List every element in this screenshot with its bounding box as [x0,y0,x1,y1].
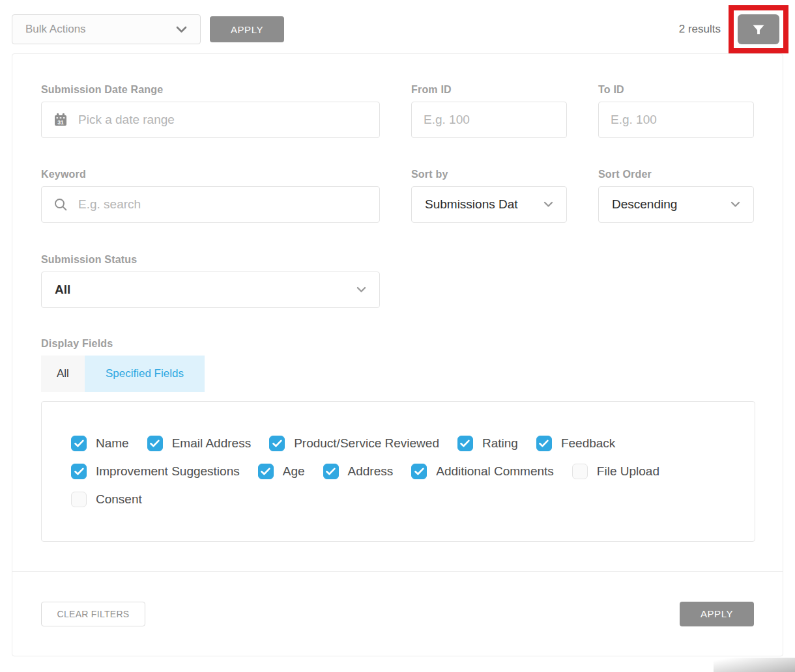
display-field-option[interactable]: Address [323,464,394,479]
check-icon [272,440,282,447]
field-checkbox[interactable] [71,436,87,451]
sort-order-field: Sort Order Descending [598,169,754,223]
check-icon [539,440,549,447]
click-highlight-box [729,5,788,53]
keyword-field: Keyword [41,169,380,223]
display-field-option[interactable]: Additional Comments [411,464,554,479]
filter-panel-footer: CLEAR FILTERS APPLY [12,571,783,656]
chevron-down-icon [543,201,553,208]
date-range-label: Submission Date Range [41,84,380,96]
display-field-option[interactable]: File Upload [572,464,659,479]
filter-toggle-button[interactable] [738,14,779,44]
keyword-label: Keyword [41,169,380,180]
field-checkbox[interactable] [536,436,552,451]
keyword-input[interactable] [78,197,368,212]
check-icon [460,440,470,447]
display-field-option[interactable]: Product/Service Reviewed [269,436,439,451]
date-range-input-box[interactable]: 31 [41,102,380,138]
check-icon [414,468,424,475]
keyword-input-box [41,186,380,223]
page-edge-shadow [714,658,795,672]
funnel-icon [752,24,765,35]
row-date-ids: Submission Date Range 31 [41,84,754,138]
row-status: Submission Status All [41,254,754,308]
display-field-option[interactable]: Age [258,464,305,479]
toolbar-right: 2 results [679,5,783,53]
sort-by-field: Sort by Submissions Dat [411,169,567,223]
display-fields-label: Display Fields [41,338,754,350]
field-checkbox[interactable] [269,436,285,451]
check-icon [326,468,336,475]
submissions-filter-screen: Bulk Actions APPLY 2 results Submission … [0,0,795,672]
field-label: Email Address [172,436,251,451]
check-icon [74,440,84,447]
to-id-field: To ID [598,84,754,138]
field-checkbox[interactable] [147,436,163,451]
check-icon [261,468,270,475]
field-label: Name [96,436,129,451]
bulk-apply-button[interactable]: APPLY [210,16,284,42]
field-label: Feedback [561,436,615,451]
check-icon [74,468,84,475]
date-range-field: Submission Date Range 31 [41,84,380,138]
from-id-input-box [411,102,567,138]
display-field-option[interactable]: Email Address [147,436,251,451]
sort-order-select[interactable]: Descending [598,186,754,223]
field-label: Address [348,464,394,479]
to-id-label: To ID [598,84,754,96]
sort-order-value: Descending [612,197,677,212]
clear-filters-button[interactable]: CLEAR FILTERS [41,602,145,626]
to-id-input-box [598,102,754,138]
tab-specified-fields[interactable]: Specified Fields [85,356,205,392]
submission-status-field: Submission Status All [41,254,380,308]
from-id-field: From ID [411,84,567,138]
display-fields-section: Display Fields All Specified Fields Name… [41,338,754,542]
toolbar: Bulk Actions APPLY 2 results [12,14,783,44]
display-field-option[interactable]: Name [71,436,129,451]
sort-by-value: Submissions Dat [425,197,518,212]
tab-all[interactable]: All [41,356,85,392]
from-id-label: From ID [411,84,567,96]
submission-status-label: Submission Status [41,254,380,266]
display-field-option[interactable]: Improvement Suggestions [71,464,240,479]
display-field-option[interactable]: Rating [457,436,518,451]
sort-order-label: Sort Order [598,169,754,180]
field-checkbox[interactable] [457,436,473,451]
chevron-down-icon [730,201,740,208]
field-checkbox[interactable] [71,464,87,479]
chevron-down-icon [176,26,187,33]
field-label: Rating [482,436,518,451]
display-fields-list: Name Email Address Product/Service Revie… [41,401,755,542]
field-label: Additional Comments [436,464,554,479]
field-checkbox[interactable] [323,464,339,479]
field-checkbox[interactable] [572,464,588,479]
display-field-option[interactable]: Feedback [536,436,615,451]
filter-panel: Submission Date Range 31 [12,53,783,656]
to-id-input[interactable] [611,113,742,127]
row-keyword-sort: Keyword Sort by Submissions Dat [41,169,754,223]
field-label: Age [283,464,305,479]
check-icon [150,440,160,447]
filters-apply-button[interactable]: APPLY [680,602,754,626]
sort-by-select[interactable]: Submissions Dat [411,186,567,223]
search-icon [53,197,68,212]
bulk-actions-select[interactable]: Bulk Actions [12,14,201,44]
field-checkbox[interactable] [71,492,87,507]
field-label: Product/Service Reviewed [294,436,439,451]
date-range-input[interactable] [78,113,368,127]
calendar-icon: 31 [53,113,68,127]
field-label: File Upload [597,464,659,479]
results-count: 2 results [679,23,721,36]
field-checkbox[interactable] [258,464,274,479]
display-fields-tabs: All Specified Fields [41,356,754,392]
svg-text:31: 31 [57,119,64,126]
field-label: Consent [96,492,142,507]
display-field-option[interactable]: Consent [71,492,142,507]
chevron-down-icon [356,287,366,293]
from-id-input[interactable] [424,113,555,127]
bulk-actions-value: Bulk Actions [25,23,86,36]
submission-status-value: All [55,283,70,297]
field-checkbox[interactable] [411,464,427,479]
submission-status-select[interactable]: All [41,272,380,308]
field-label: Improvement Suggestions [96,464,240,479]
